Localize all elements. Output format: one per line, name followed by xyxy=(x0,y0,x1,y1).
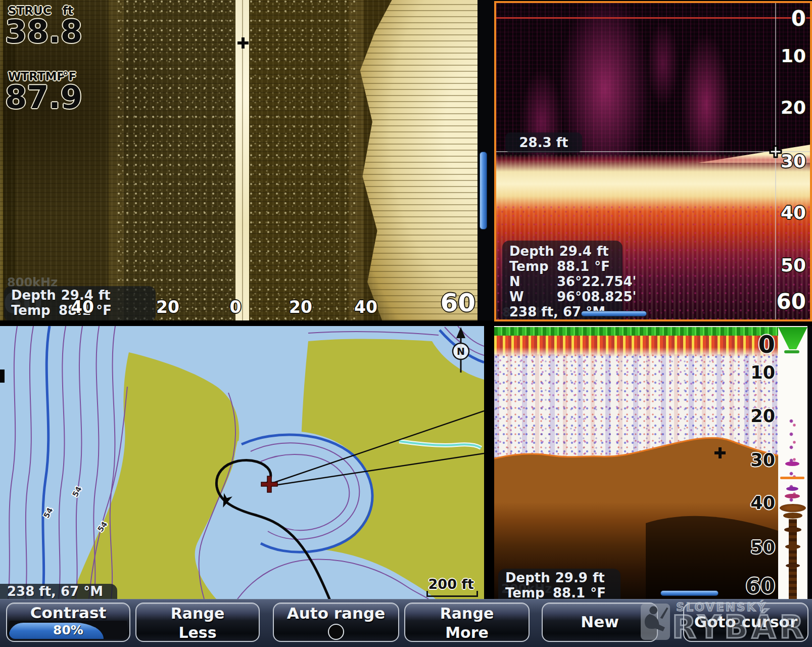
range-less-button[interactable]: Range Less xyxy=(135,603,260,642)
sonar-frequency: 200kHz xyxy=(501,582,552,596)
softkey-toolbar: Contrast 80% Range Less Auto range Range… xyxy=(0,599,812,647)
temp-label: Temp xyxy=(505,585,548,599)
flasher-target-dots xyxy=(778,417,807,503)
fishfinder-screen: { "panels": { "sidescan": { "struc": {"l… xyxy=(0,0,812,647)
sonar-surface-clutter xyxy=(494,336,778,357)
downscan-cursor-vline xyxy=(775,3,776,321)
depth-unit: ft xyxy=(99,288,111,303)
sidescan-tick: 40 xyxy=(71,297,94,317)
sonar-depth-tick: 0 xyxy=(758,330,775,358)
sidescan-clutter-left xyxy=(117,0,236,320)
depth-value: 29.9 xyxy=(555,570,588,585)
downscan-depth-tick: 0 xyxy=(791,6,806,31)
sidescan-tick: 40 xyxy=(354,297,377,317)
sonar-info-box: Depth29.9ft Temp88.1°F xyxy=(498,569,620,599)
flasher-bottom-blob xyxy=(783,513,802,519)
flasher-surface-blob xyxy=(778,327,807,349)
sonar-depth-tick: 20 xyxy=(750,406,775,426)
temp-unit: °F xyxy=(96,303,112,318)
depth-unit: ft xyxy=(593,570,605,585)
downscan-depth-tick: 10 xyxy=(781,45,806,66)
temp-label: Temp xyxy=(11,303,54,318)
downscan-bottom-band xyxy=(496,155,810,321)
depth-value: 29.4 xyxy=(559,244,592,259)
depth-label: Depth xyxy=(509,244,554,259)
flasher-magenta-blob xyxy=(786,487,798,491)
flasher-bottom-blob xyxy=(785,544,800,549)
chart-map: N 54 54 54 xyxy=(0,326,484,599)
flasher-bottom-blob xyxy=(786,564,800,568)
sonar-scrollbar[interactable] xyxy=(660,590,719,596)
flasher-orange-dash xyxy=(780,477,804,479)
temp-unit: °F xyxy=(590,585,606,599)
downscan-cursor-depth-box: 28.3 ft xyxy=(505,132,582,153)
depth-label: Depth xyxy=(505,570,550,585)
struc-unit: ft xyxy=(63,4,73,17)
flasher-bottom-blob xyxy=(784,527,801,532)
lat-value: 36°22.754' xyxy=(557,274,636,289)
contrast-button[interactable]: Contrast 80% xyxy=(6,603,130,642)
downscan-scrollbar[interactable] xyxy=(581,311,647,316)
downscan-cursor-hline xyxy=(496,151,810,152)
downscan-deep-speckle xyxy=(496,205,810,321)
sidescan-info-box: Depth29.4ft Temp88.1°F xyxy=(4,286,156,320)
sidescan-range-ghost: 60 xyxy=(3,286,42,319)
new-waypoint-label: New waypoint... xyxy=(543,604,657,647)
downscan-depth-tick: 60 xyxy=(777,289,806,314)
wtrtmp-label: WTRTMP xyxy=(8,70,65,83)
flasher-magenta-blob xyxy=(785,461,799,466)
lat-label: N xyxy=(509,274,552,289)
downscan-cursor-depth: 28.3 ft xyxy=(505,132,582,153)
temp-value: 88.1 xyxy=(557,259,589,274)
sidescan-water-column-line xyxy=(242,0,243,320)
north-label: N xyxy=(457,346,465,357)
downscan-depth-tick: 40 xyxy=(781,202,806,223)
lon-value: 96°08.825' xyxy=(557,289,636,304)
range-less-line2: Less xyxy=(136,623,259,642)
downscan-water-texture xyxy=(496,3,810,162)
sonar-depth-tick: 50 xyxy=(750,537,775,558)
sidescan-range-max: 60 xyxy=(440,288,475,317)
contrast-progress-track: 80% xyxy=(9,621,127,639)
wtrtmp-value: 87.9 xyxy=(5,79,82,116)
waypoint-marker-icon xyxy=(0,369,5,383)
sidescan-bright-return xyxy=(355,0,477,320)
contrast-label: Contrast xyxy=(7,604,129,622)
sidescan-clutter-right xyxy=(250,0,357,320)
depth-value: 29.4 xyxy=(61,288,93,303)
downscan-bottom-rise xyxy=(698,144,810,163)
temp-value: 88.1 xyxy=(59,303,91,318)
struc-value: 38.8 xyxy=(5,13,82,50)
downscan-depth-tick: 50 xyxy=(781,255,806,275)
flasher-bottom-column xyxy=(789,519,797,599)
panel-sonar[interactable]: 0 10 20 30 40 50 60 200kHz Depth29.9ft T… xyxy=(494,326,812,599)
downscan-depth-tick: 30 xyxy=(781,151,806,171)
panel-chart[interactable]: N 54 54 54 238 ft, 67 °M 200 ft xyxy=(0,326,484,599)
downscan-frequency: 800kHz xyxy=(502,305,553,319)
panel-downscan-active[interactable]: 28.3 ft 0 10 20 30 40 50 60 800kHz Depth… xyxy=(494,1,812,321)
auto-range-label: Auto range xyxy=(274,604,398,623)
contrast-value: 80% xyxy=(9,623,127,637)
panel-sidescan[interactable]: STRUC ft 38.8 WTRTMP °F 87.9 800kHz 60 D… xyxy=(0,0,477,320)
auto-range-button[interactable]: Auto range xyxy=(273,603,399,642)
sonar-bottom xyxy=(494,326,778,599)
range-more-line1: Range xyxy=(405,604,529,623)
temp-label: Temp xyxy=(509,259,552,274)
sidescan-tick: 20 xyxy=(289,297,312,317)
range-more-button[interactable]: Range More xyxy=(404,603,530,642)
flasher-magenta-blob xyxy=(785,494,800,498)
sidescan-scrollbar[interactable] xyxy=(480,152,487,229)
sonar-depth-tick: 30 xyxy=(750,450,775,470)
radio-circle-icon xyxy=(328,624,344,640)
sonar-depth-tick: 60 xyxy=(746,574,775,598)
downscan-cursor-icon xyxy=(769,145,782,158)
downscan-info-box: Depth29.4ft Temp88.1°F N36°22.754' W96°0… xyxy=(502,241,623,321)
downscan-surface-line xyxy=(496,17,810,19)
new-waypoint-button[interactable]: New waypoint... xyxy=(542,603,658,642)
goto-cursor-button[interactable]: Goto cursor xyxy=(683,603,808,642)
goto-cursor-label: Goto cursor xyxy=(684,604,807,640)
depth-label: Depth xyxy=(11,288,56,303)
sonar-target-speckle xyxy=(494,354,778,481)
sonar-water xyxy=(494,326,778,599)
sidescan-texture xyxy=(0,0,477,320)
